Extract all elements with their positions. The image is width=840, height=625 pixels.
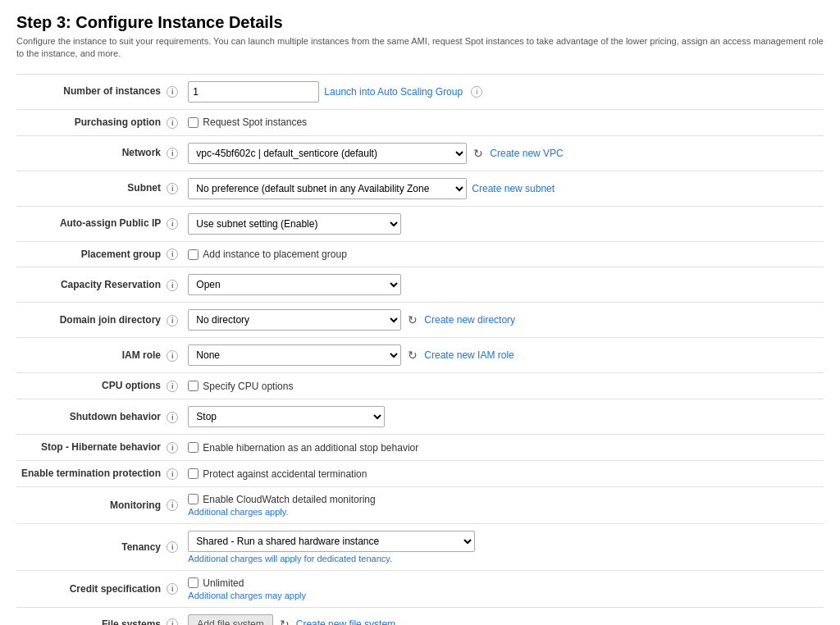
enable-termination-protection-text: Protect against accidental termination xyxy=(203,468,367,480)
iam-role-refresh-button[interactable]: ↻ xyxy=(406,349,419,362)
iam-role-info-icon[interactable]: i xyxy=(167,350,178,362)
page-title: Step 3: Configure Instance Details xyxy=(16,13,824,32)
enable-termination-protection-checkbox-label[interactable]: Protect against accidental termination xyxy=(188,468,819,480)
domain-join-directory-info-icon[interactable]: i xyxy=(167,315,178,326)
launch-auto-scaling-info-icon[interactable]: i xyxy=(471,86,482,98)
credit-specification-label: Credit specification xyxy=(70,583,161,595)
create-new-subnet-link[interactable]: Create new subnet xyxy=(472,183,555,194)
shutdown-behavior-select[interactable]: Stop xyxy=(188,406,385,427)
stop-hibernate-behavior-label: Stop - Hibernate behavior xyxy=(41,441,161,453)
tenancy-info-icon[interactable]: i xyxy=(167,541,178,553)
create-new-directory-link[interactable]: Create new directory xyxy=(424,314,515,326)
monitoring-additional-charges-link[interactable]: Additional charges apply. xyxy=(188,507,819,517)
auto-assign-public-ip-select[interactable]: Use subnet setting (Enable) xyxy=(188,213,401,235)
create-new-iam-role-link[interactable]: Create new IAM role xyxy=(424,349,514,361)
add-file-system-button[interactable]: Add file system xyxy=(188,614,272,625)
monitoring-info-icon[interactable]: i xyxy=(167,500,178,511)
credit-specification-checkbox-label[interactable]: Unlimited xyxy=(188,577,819,589)
placement-group-checkbox-label[interactable]: Add instance to placement group xyxy=(188,249,819,260)
credit-specification-text: Unlimited xyxy=(203,577,244,589)
monitoring-checkbox-label[interactable]: Enable CloudWatch detailed monitoring xyxy=(188,494,819,505)
tenancy-label: Tenancy xyxy=(121,541,161,553)
cpu-options-label: CPU options xyxy=(102,380,161,391)
create-new-file-system-link[interactable]: Create new file system xyxy=(296,618,395,625)
network-info-icon[interactable]: i xyxy=(167,148,178,159)
auto-assign-public-ip-label: Auto-assign Public IP xyxy=(60,217,161,229)
stop-hibernate-behavior-info-icon[interactable]: i xyxy=(167,442,178,454)
credit-specification-checkbox[interactable] xyxy=(188,577,199,588)
capacity-reservation-info-icon[interactable]: i xyxy=(167,280,178,291)
placement-group-label: Placement group xyxy=(81,249,161,260)
capacity-reservation-select[interactable]: Open xyxy=(188,274,401,295)
iam-role-select[interactable]: None xyxy=(188,344,401,366)
stop-hibernate-behavior-checkbox-label[interactable]: Enable hibernation as an additional stop… xyxy=(188,442,819,454)
domain-join-directory-select[interactable]: No directory xyxy=(188,309,401,331)
shutdown-behavior-label: Shutdown behavior xyxy=(70,411,161,422)
monitoring-label: Monitoring xyxy=(110,500,161,511)
file-systems-refresh-button[interactable]: ↻ xyxy=(278,618,291,625)
request-spot-instances-checkbox[interactable] xyxy=(188,117,199,128)
network-label: Network xyxy=(122,147,161,158)
number-of-instances-input[interactable] xyxy=(188,81,319,103)
purchasing-option-info-icon[interactable]: i xyxy=(167,117,178,129)
stop-hibernate-behavior-checkbox[interactable] xyxy=(188,442,199,453)
subnet-info-icon[interactable]: i xyxy=(167,183,178,194)
subnet-label: Subnet xyxy=(127,182,161,194)
enable-termination-protection-label: Enable termination protection xyxy=(21,468,161,479)
placement-group-checkbox[interactable] xyxy=(188,249,199,260)
tenancy-additional-text: Additional charges will apply for dedica… xyxy=(188,554,819,563)
file-systems-label: File systems xyxy=(102,618,161,626)
placement-group-info-icon[interactable]: i xyxy=(167,249,178,260)
tenancy-select[interactable]: Shared - Run a shared hardware instance xyxy=(188,531,475,552)
monitoring-checkbox[interactable] xyxy=(188,494,199,504)
network-refresh-button[interactable]: ↻ xyxy=(472,147,485,160)
cpu-options-info-icon[interactable]: i xyxy=(167,381,178,392)
enable-termination-protection-info-icon[interactable]: i xyxy=(167,468,178,480)
domain-join-directory-refresh-button[interactable]: ↻ xyxy=(406,313,419,326)
request-spot-instances-checkbox-label[interactable]: Request Spot instances xyxy=(188,116,819,128)
page-subtitle: Configure the instance to suit your requ… xyxy=(16,35,824,61)
stop-hibernate-behavior-text: Enable hibernation as an additional stop… xyxy=(203,442,418,454)
file-systems-info-icon[interactable]: i xyxy=(167,618,178,625)
shutdown-behavior-info-icon[interactable]: i xyxy=(167,412,178,423)
launch-auto-scaling-link[interactable]: Launch into Auto Scaling Group xyxy=(324,86,463,98)
request-spot-instances-text: Request Spot instances xyxy=(203,116,307,128)
cpu-options-checkbox[interactable] xyxy=(188,381,199,391)
cpu-options-checkbox-label[interactable]: Specify CPU options xyxy=(188,381,819,392)
number-of-instances-info-icon[interactable]: i xyxy=(167,86,178,98)
enable-termination-protection-checkbox[interactable] xyxy=(188,468,199,479)
create-new-vpc-link[interactable]: Create new VPC xyxy=(490,148,563,159)
number-of-instances-label: Number of instances xyxy=(63,85,161,97)
subnet-select[interactable]: No preference (default subnet in any Ava… xyxy=(188,178,467,199)
monitoring-text: Enable CloudWatch detailed monitoring xyxy=(203,494,375,505)
credit-specification-info-icon[interactable]: i xyxy=(167,583,178,595)
auto-assign-public-ip-info-icon[interactable]: i xyxy=(167,218,178,230)
capacity-reservation-label: Capacity Reservation xyxy=(61,279,161,290)
credit-specification-additional-link[interactable]: Additional charges may apply xyxy=(188,591,819,600)
purchasing-option-label: Purchasing option xyxy=(75,116,161,128)
cpu-options-text: Specify CPU options xyxy=(203,381,293,392)
domain-join-directory-label: Domain join directory xyxy=(60,314,161,326)
network-select[interactable]: vpc-45bf602c | default_senticore (defaul… xyxy=(188,143,467,164)
placement-group-text: Add instance to placement group xyxy=(203,249,346,260)
iam-role-label: IAM role xyxy=(122,349,161,361)
